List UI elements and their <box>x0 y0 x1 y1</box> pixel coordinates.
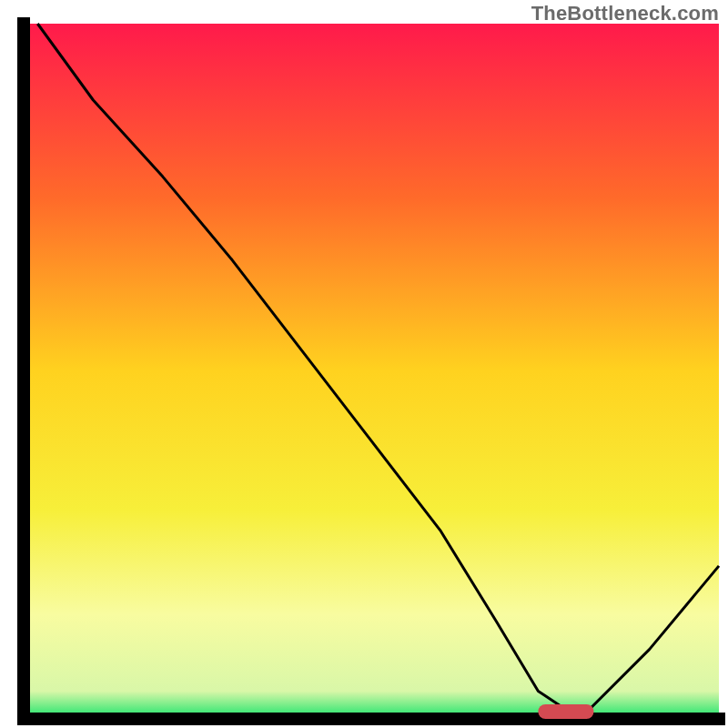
plot-area <box>24 24 719 719</box>
gradient-background <box>24 24 719 719</box>
watermark-label: TheBottleneck.com <box>531 2 719 25</box>
chart-container: TheBottleneck.com <box>0 0 728 728</box>
bottleneck-chart <box>0 0 728 728</box>
optimal-range-marker <box>538 704 593 719</box>
